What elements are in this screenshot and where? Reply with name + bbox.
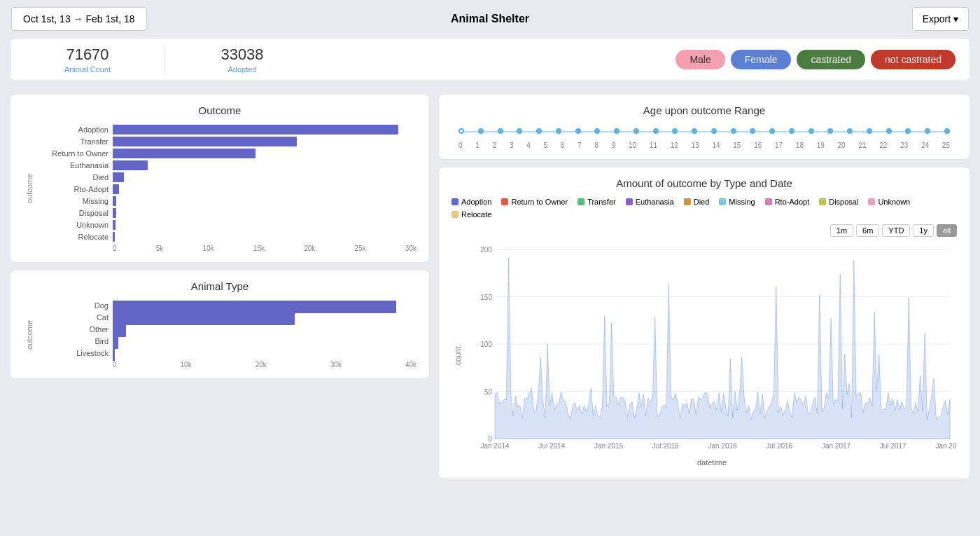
bar-label: Disposal xyxy=(38,209,108,217)
legend-label: Missing xyxy=(729,198,755,206)
age-range-dot[interactable] xyxy=(750,128,755,134)
age-range-dot[interactable] xyxy=(556,128,561,134)
age-range-number: 15 xyxy=(733,142,741,149)
bar-label: Died xyxy=(38,173,108,181)
adopted-block: 33038 Adopted xyxy=(179,46,305,74)
age-range-number: 20 xyxy=(838,142,846,149)
time-filter-button[interactable]: 6m xyxy=(856,224,879,237)
age-range-title: Age upon outcome Range xyxy=(451,104,957,116)
age-range-dot[interactable] xyxy=(458,128,464,134)
legend-label: Rto-Adopt xyxy=(775,198,810,206)
outcome-bar-row: Euthanasia xyxy=(38,160,416,170)
bar-label: Bird xyxy=(38,337,108,345)
time-filter-button[interactable]: all xyxy=(937,224,957,237)
bar-label: Adoption xyxy=(38,125,108,134)
animal-type-bar-row: Livestock xyxy=(38,348,416,358)
animal-type-bar-row: Cat xyxy=(38,312,416,322)
bar-label: Unknown xyxy=(38,221,108,229)
age-range-dot[interactable] xyxy=(731,128,736,134)
age-range-number: 0 xyxy=(458,142,463,149)
filter-pills: Male Female castrated not castrated xyxy=(676,50,955,69)
time-filter-button[interactable]: 1y xyxy=(913,224,934,237)
bar-fill xyxy=(113,232,115,242)
age-range-slider[interactable]: 0123456789101112131415161718192021222324… xyxy=(451,125,957,149)
age-range-dot[interactable] xyxy=(905,128,911,134)
animal-type-bar-row: Dog xyxy=(38,301,416,310)
bar-fill xyxy=(113,220,115,230)
export-button[interactable]: Export ▾ xyxy=(912,7,969,31)
age-range-dot[interactable] xyxy=(692,128,697,134)
age-range-number: 21 xyxy=(858,142,866,149)
age-range-dot[interactable] xyxy=(944,128,950,134)
age-range-dot[interactable] xyxy=(808,128,814,134)
age-range-dot[interactable] xyxy=(672,128,678,134)
bar-label: Livestock xyxy=(38,349,108,357)
bar-fill xyxy=(113,149,255,158)
age-range-dot[interactable] xyxy=(711,128,717,134)
age-range-dot[interactable] xyxy=(789,128,794,134)
age-range-number: 4 xyxy=(526,142,531,149)
age-range-dot[interactable] xyxy=(847,128,853,134)
age-range-dot[interactable] xyxy=(517,128,522,134)
castrated-filter-pill[interactable]: castrated xyxy=(797,50,865,69)
svg-text:Jan 2017: Jan 2017 xyxy=(822,442,851,450)
legend-item: Return to Owner xyxy=(501,198,568,206)
bar-fill xyxy=(113,184,119,194)
age-range-dot[interactable] xyxy=(575,128,581,134)
age-range-dot[interactable] xyxy=(634,128,639,134)
age-range-dot[interactable] xyxy=(867,128,872,134)
bar-track xyxy=(113,149,416,158)
animal-count-label: Animal Count xyxy=(24,65,150,74)
age-range-dot[interactable] xyxy=(498,128,503,134)
age-range-dot[interactable] xyxy=(536,128,542,134)
outcome-bar-row: Missing xyxy=(38,196,416,206)
outcome-bar-row: Rto-Adopt xyxy=(38,184,416,194)
bar-fill xyxy=(113,160,148,170)
bar-fill xyxy=(113,137,297,146)
svg-text:Jul 2014: Jul 2014 xyxy=(538,442,565,450)
not-castrated-filter-pill[interactable]: not castrated xyxy=(871,50,955,69)
age-range-number: 14 xyxy=(712,142,720,149)
time-filter-button[interactable]: 1m xyxy=(830,224,853,237)
x-axis-label: 5k xyxy=(156,245,164,252)
age-range-dot[interactable] xyxy=(478,128,484,134)
bar-fill xyxy=(113,125,398,135)
age-range-number: 9 xyxy=(612,142,616,149)
time-filter-button[interactable]: YTD xyxy=(882,224,910,237)
age-range-dot[interactable] xyxy=(827,128,833,134)
legend-dot xyxy=(765,198,772,205)
bar-track xyxy=(113,336,416,346)
age-range-number: 1 xyxy=(475,142,479,149)
legend-label: Euthanasia xyxy=(636,198,674,206)
legend-dot xyxy=(819,198,826,205)
outcome-bar-chart: Adoption Transfer Return to Owner Euthan… xyxy=(38,125,416,242)
age-range-dot[interactable] xyxy=(653,128,659,134)
age-range-dot[interactable] xyxy=(614,128,620,134)
legend-item: Unknown xyxy=(868,198,910,206)
age-range-number: 3 xyxy=(510,142,514,149)
age-range-number: 11 xyxy=(650,142,657,149)
svg-text:Jan 2016: Jan 2016 xyxy=(708,442,737,450)
timeseries-y-axis-label: count xyxy=(454,346,462,365)
bar-track xyxy=(113,125,416,135)
adopted-value: 33038 xyxy=(179,46,305,64)
bar-track xyxy=(113,312,416,322)
x-axis-label: 20k xyxy=(255,361,267,369)
x-axis-label: 10k xyxy=(203,245,214,252)
date-range-button[interactable]: Oct 1st, 13 → Feb 1st, 18 xyxy=(11,7,147,31)
female-filter-pill[interactable]: Female xyxy=(731,50,792,69)
age-range-dot[interactable] xyxy=(594,128,600,134)
bar-track xyxy=(113,208,416,218)
bar-track xyxy=(113,220,416,230)
age-range-dot[interactable] xyxy=(925,128,930,134)
age-range-number: 19 xyxy=(817,142,825,149)
male-filter-pill[interactable]: Male xyxy=(676,50,724,69)
time-buttons: 1m6mYTD1yall xyxy=(451,224,957,237)
age-range-dot[interactable] xyxy=(769,128,775,134)
bar-fill xyxy=(113,312,295,325)
age-range-number: 24 xyxy=(921,142,929,149)
adopted-label: Adopted xyxy=(179,65,305,74)
legend-label: Transfer xyxy=(587,198,616,206)
bar-track xyxy=(113,137,416,146)
age-range-dot[interactable] xyxy=(886,128,892,134)
